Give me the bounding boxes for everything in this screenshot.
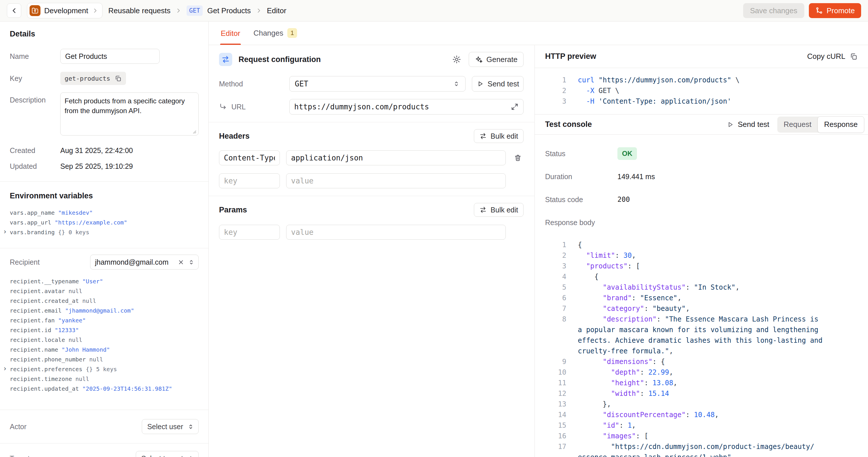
expand-chevron-icon[interactable]: › [3, 227, 7, 237]
variable-row[interactable]: ›vars.branding{} 0 keys [10, 227, 198, 237]
generate-button[interactable]: Generate [469, 52, 524, 67]
variable-path: recipient.name [10, 346, 58, 353]
actor-select-label: Select user [147, 423, 183, 431]
delete-header-icon[interactable] [512, 154, 524, 162]
environment-variables-list: vars.app_name"mikesdev"vars.app_url"http… [10, 208, 198, 237]
expand-icon[interactable] [510, 103, 519, 111]
breadcrumb-reusable-requests[interactable]: Reusable requests [108, 6, 170, 15]
variable-path: vars.app_name [10, 209, 55, 216]
actor-select[interactable]: Select user [142, 419, 198, 434]
name-input[interactable] [60, 49, 160, 64]
breadcrumb-page: Editor [267, 6, 286, 15]
copy-curl-button[interactable]: Copy cURL [807, 52, 858, 61]
tab-changes-label: Changes [253, 29, 283, 38]
recipient-label: Recipient [10, 258, 60, 266]
merge-icon [815, 7, 823, 14]
url-value: https://dummyjson.com/products [294, 102, 429, 111]
variable-path: recipient.phone_number [10, 356, 86, 363]
chevron-right-icon [92, 7, 99, 14]
resize-handle-icon[interactable] [191, 129, 197, 134]
response-tab[interactable]: Response [817, 116, 864, 133]
line-number: 17 [535, 441, 566, 452]
key-chip: get-products [60, 72, 126, 85]
line-number: 3 [535, 261, 566, 272]
recipient-combobox[interactable]: jhammond@gmail.com [90, 255, 198, 270]
environment-switcher[interactable]: Development [27, 3, 102, 19]
header-key-input-empty[interactable] [219, 173, 280, 188]
back-button[interactable] [7, 3, 21, 18]
request-editor-panel: Request configuration Generate Method [209, 45, 535, 457]
variable-value: "https://example.com" [55, 219, 127, 226]
variable-row: recipient.created_atnull [10, 296, 198, 306]
line-number: 5 [535, 282, 566, 293]
copy-icon [849, 53, 858, 61]
status-badge: OK [617, 147, 637, 160]
url-input[interactable]: https://dummyjson.com/products [289, 99, 524, 115]
request-tab[interactable]: Request [777, 117, 818, 133]
updated-label: Updated [10, 162, 60, 171]
code-line: 4 { [535, 272, 868, 282]
variable-row[interactable]: ›recipient.preferences{} 5 keys [10, 364, 198, 374]
code-line: 10 "depth": 22.99, [535, 367, 868, 378]
promote-label: Promote [827, 6, 855, 15]
http-preview-title: HTTP preview [545, 52, 807, 61]
method-select[interactable]: GET [289, 76, 466, 92]
chevron-left-icon [10, 7, 18, 14]
save-changes-button[interactable]: Save changes [743, 3, 804, 18]
param-value-input[interactable] [286, 225, 506, 240]
header-key-input[interactable] [219, 150, 280, 165]
chevron-updown-icon [453, 80, 460, 88]
line-number: 2 [535, 86, 566, 96]
variable-value: null [82, 297, 96, 304]
expand-chevron-icon[interactable]: › [3, 364, 7, 373]
console-fields: Status OK Duration 149.441 ms Status cod… [535, 134, 868, 229]
sparkles-icon [475, 55, 483, 63]
variable-row: recipient.localenull [10, 335, 198, 345]
send-test-button[interactable]: Send test [472, 76, 524, 92]
variable-value: null [89, 356, 103, 363]
code-line: 3 -H 'Content-Type: application/json' [535, 96, 859, 107]
chevron-updown-icon[interactable] [188, 258, 195, 266]
variable-row: recipient.email"jhammond@gmail.com" [10, 306, 198, 315]
status-code-label: Status code [545, 195, 617, 204]
description-input[interactable] [60, 92, 198, 135]
line-number: 1 [535, 240, 566, 250]
params-bulk-edit-label: Bulk edit [491, 206, 518, 214]
method-label: Method [219, 80, 289, 88]
params-title: Params [219, 206, 247, 214]
code-line: 1{ [535, 240, 868, 250]
curl-preview-code: 1curl "https://dummyjson.com/products" \… [535, 68, 868, 115]
line-number [535, 346, 566, 357]
variable-path: recipient.updated_at [10, 385, 79, 392]
target-select[interactable]: Select tenant [136, 451, 198, 457]
tab-changes[interactable]: Changes 1 [253, 28, 297, 45]
created-value: Aug 31 2025, 22:42:00 [60, 146, 133, 155]
header-value-input[interactable] [286, 150, 506, 165]
variable-row: recipient.phone_numbernull [10, 355, 198, 364]
target-select-label: Select tenant [141, 454, 183, 457]
header-value-input-empty[interactable] [286, 173, 506, 188]
console-send-test-button[interactable]: Send test [726, 120, 769, 129]
play-icon [726, 121, 734, 128]
copy-key-icon[interactable] [115, 75, 122, 82]
code-line: cruelty-free formula.", [535, 346, 868, 357]
param-key-input[interactable] [219, 225, 280, 240]
promote-button[interactable]: Promote [809, 3, 861, 18]
line-number: 16 [535, 431, 566, 441]
key-value: get-products [65, 75, 110, 82]
breadcrumb-request-name[interactable]: Get Products [207, 6, 251, 15]
headers-bulk-edit-label: Bulk edit [491, 132, 518, 141]
line-number [535, 325, 566, 335]
headers-bulk-edit-button[interactable]: Bulk edit [474, 129, 524, 143]
environment-variables-heading: Environment variables [10, 191, 198, 201]
params-bulk-edit-button[interactable]: Bulk edit [474, 203, 524, 217]
tab-editor[interactable]: Editor [221, 29, 240, 45]
gear-icon[interactable] [452, 55, 461, 64]
code-line: 2 "limit": 30, [535, 250, 868, 261]
variable-row: recipient.id"12333" [10, 325, 198, 335]
target-label: Target [10, 454, 60, 457]
variable-row: recipient.name"John Hammond" [10, 345, 198, 355]
code-line: 1curl "https://dummyjson.com/products" \ [535, 75, 859, 86]
key-label: Key [10, 74, 60, 83]
clear-recipient-icon[interactable] [178, 259, 184, 266]
